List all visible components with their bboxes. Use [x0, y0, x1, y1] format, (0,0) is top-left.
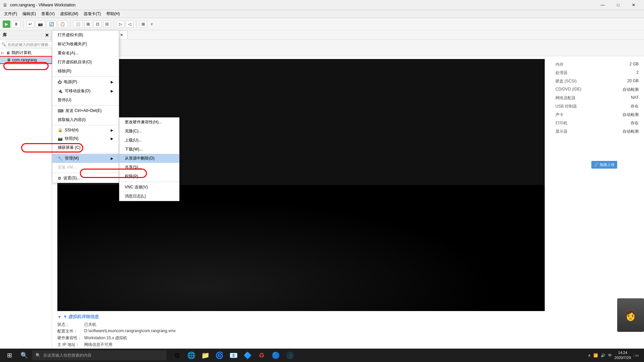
toolbar-btn-pause[interactable]: ⏸	[12, 20, 20, 28]
ctx1-removable-label: 可移动设备(D)	[65, 88, 91, 94]
toolbar-view-2[interactable]: ⊞	[84, 20, 92, 28]
toolbar-btn-revert[interactable]: ↩	[26, 20, 34, 28]
toolbar-view-4[interactable]: ⊟	[103, 20, 111, 28]
ctx1-open-dir[interactable]: 打开虚拟机目录(O)	[52, 58, 119, 67]
toolbar-view-6[interactable]: ◁	[126, 20, 133, 28]
start-button[interactable]: ⊞	[3, 349, 16, 362]
ctx1-snapshot[interactable]: 📷 快照(N) ▶	[52, 134, 119, 143]
ctx1-rename[interactable]: 重命名(A)...	[52, 49, 119, 58]
info-dvd-label: CD/DVD (IDE)	[555, 87, 581, 93]
ctx1-ssh[interactable]: 🔒 SSH(H) ▶	[52, 126, 119, 134]
toolbar-view-5[interactable]: ▷	[117, 20, 124, 28]
ctx1-settings[interactable]: ⚙ 设置(S)...	[52, 174, 119, 183]
ctx2-delete[interactable]: 从资源中刪除(D)	[119, 154, 179, 163]
sidebar-title: 库	[3, 32, 7, 38]
info-disk-label: 硬盘 (SCSI)	[555, 78, 577, 84]
menu-file[interactable]: 文件(F)	[1, 10, 20, 18]
taskbar-app6[interactable]: 🔵	[269, 349, 282, 362]
toolbar-extra: ▼	[150, 22, 154, 26]
info-printer-label: 打印机	[555, 120, 568, 126]
info-cpu-value: 2	[636, 70, 639, 76]
info-cpu-label: 处理器	[555, 70, 568, 76]
taskbar-app5[interactable]: ♻	[255, 349, 268, 362]
taskbar-search-placeholder: 在这里输入你想搜索的内容	[43, 353, 92, 358]
taskbar-app3[interactable]: 📧	[227, 349, 240, 362]
toolbar-btn-snapshot3[interactable]: 📋	[58, 20, 67, 28]
toolbar-view-1[interactable]: ⬜	[73, 20, 83, 28]
ctx1-manage[interactable]: 🔧 管理(M) ▶	[52, 154, 119, 163]
info-usb-value: 存在	[631, 104, 639, 109]
send-icon: ⌨	[58, 109, 63, 113]
info-row-cpu: 处理器 2	[555, 70, 639, 76]
taskbar-app4[interactable]: 🔷	[241, 349, 254, 362]
tab-vm-close[interactable]: ✕	[120, 33, 123, 37]
vm-info-row-ip: 主 IP 地址： 网络信息不可用	[57, 342, 545, 348]
search-button[interactable]: 🔍	[17, 349, 31, 362]
ctx2-log[interactable]: 消息日志(L)	[119, 192, 179, 201]
ctx2-share[interactable]: 共享(S)...	[119, 163, 179, 172]
menu-vm[interactable]: 虚拟机(M)	[57, 10, 81, 18]
search-input[interactable]	[6, 41, 56, 48]
taskbar-explorer[interactable]: 📁	[199, 349, 212, 362]
info-display-value: 自动检测	[623, 129, 639, 134]
power-icon: ⏻	[58, 80, 62, 84]
context-menu-1: 打开虚拟卡(B) 标记为收藏夹(F) 重命名(A)... 打开虚拟机目录(O) …	[52, 30, 119, 183]
ctx1-removable[interactable]: 🔌 可移动设备(D) ▶	[52, 86, 119, 96]
floating-upload-btn[interactable]: 🔗 拖拽上传	[591, 161, 617, 169]
taskbar: ⊞ 🔍 🔍 在这里输入你想搜索的内容 ⧉ 🌐 📁 🌀 📧 🔷 ♻ 🔵 🌑 ∧ 📶…	[0, 349, 644, 362]
minimize-button[interactable]: —	[595, 0, 610, 10]
search-bar: 🔍 ▼	[0, 40, 52, 49]
menu-view[interactable]: 查看(V)	[39, 10, 57, 18]
ctx1-snapshot-label: 快照(N)	[65, 136, 78, 141]
menu-edit[interactable]: 编辑(E)	[20, 10, 39, 18]
tab-bar: 🏠 主页 ✕ 🖥 com.rangrang ✕	[52, 30, 644, 40]
ctx1-open-folder[interactable]: 打开虚拟卡(B)	[52, 31, 119, 40]
ctx1-bookmark[interactable]: 标记为收藏夹(F)	[52, 40, 119, 49]
taskbar-time-value: 14:24	[614, 350, 631, 355]
tree-vm-item[interactable]: 🖥 com.rangrang	[0, 57, 52, 63]
ctx1-power[interactable]: ⏻ 电源(P) ▶	[52, 77, 119, 86]
taskbar-edge[interactable]: 🌐	[184, 349, 198, 362]
ctx2-clone[interactable]: 克隆(C)...	[119, 127, 179, 136]
upload-icon: 🔗	[594, 163, 599, 167]
vm-info-config-value: D:\software\Linux\com.rangrang\com.rangr…	[84, 328, 176, 334]
taskbar-show-desktop[interactable]: ▭	[634, 353, 639, 358]
menu-help[interactable]: 帮助(H)	[104, 10, 123, 18]
ctx1-remove[interactable]: 移除(R)	[52, 67, 119, 76]
taskbar-app7[interactable]: 🌑	[283, 349, 297, 362]
ctx2-change-compat[interactable]: 更改硬件兼容性(H)...	[119, 118, 179, 127]
sidebar-close-button[interactable]: ✕	[45, 33, 49, 38]
title-bar: 🖥 com.rangrang - VMware Workstation — □ …	[0, 0, 644, 10]
ctx2-upload[interactable]: 上载(U)...	[119, 136, 179, 145]
taskbar-search-bar[interactable]: 🔍 在这里输入你想搜索的内容	[32, 350, 166, 360]
info-row-memory: 内存 2 GB	[555, 62, 639, 67]
maximize-button[interactable]: □	[610, 0, 626, 10]
toolbar-btn-snapshot2[interactable]: 🔄	[47, 20, 56, 28]
toolbar-view-7[interactable]: ⊞	[139, 20, 147, 28]
ctx2-vnc[interactable]: VNC 连接(V)	[119, 183, 179, 192]
taskbar-sys-tray-chevron[interactable]: ∧	[588, 353, 591, 358]
taskbar-apps: ⧉ 🌐 📁 🌀 📧 🔷 ♻ 🔵 🌑	[170, 349, 297, 362]
menu-bar: 文件(F) 编辑(E) 查看(V) 虚拟机(M) 选项卡(T) 帮助(H)	[0, 10, 644, 18]
power-on-btn[interactable]: ▶	[3, 20, 10, 28]
menu-tabs[interactable]: 选项卡(T)	[81, 10, 103, 18]
ctx1-pause[interactable]: 暂停(U)	[52, 96, 119, 105]
ctx1-grab-input[interactable]: 抓取输入内容(I)	[52, 115, 119, 124]
tree-my-computer-label: 我的计算机	[11, 50, 32, 56]
ctx1-ctrlaltdel[interactable]: ⌨ 发送 Ctrl+Alt+Del(E)	[52, 106, 119, 115]
info-net-value: NAT	[631, 95, 639, 101]
ctx1-install-tools: 安装 VM...	[52, 163, 119, 172]
info-row-usb: USB 控制器 存在	[555, 104, 639, 109]
vm-info-header-label: ▼ 虚拟机详细信息	[63, 314, 99, 320]
toolbar-view-3[interactable]: ⊡	[94, 20, 102, 28]
vm-info-config-label: 配置文件：	[57, 328, 84, 334]
taskbar-edge2[interactable]: 🌀	[213, 349, 226, 362]
tree-my-computer[interactable]: ▷ 🖥 我的计算机	[0, 49, 52, 57]
taskbar-task-view[interactable]: ⧉	[170, 349, 184, 362]
close-button[interactable]: ✕	[626, 0, 641, 10]
ctx2-permissions[interactable]: 权限(P)...	[119, 172, 179, 181]
ctx1-ssh-arrow: ▶	[111, 128, 113, 132]
ctx1-capture-screen[interactable]: 捕获屏幕 (C)	[52, 143, 119, 152]
ctx2-download[interactable]: 下载(W)...	[119, 145, 179, 154]
toolbar-btn-snapshot[interactable]: 📷	[36, 20, 45, 28]
